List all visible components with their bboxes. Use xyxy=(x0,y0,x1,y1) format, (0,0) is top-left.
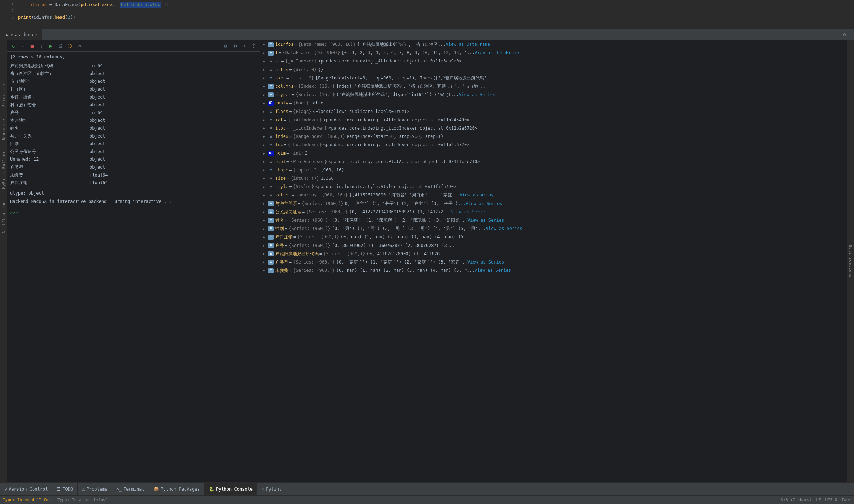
view-as-dataframe-idInfos[interactable]: View as DataFrame xyxy=(446,41,490,48)
var-attrs[interactable]: ▶ ≡ attrs = {dict: 0} {} xyxy=(260,66,847,74)
var-huzhugx[interactable]: ▶ ≡ 与户主关系 = {Series: (960,)} 0, '户主') (1… xyxy=(260,200,847,208)
var-axes[interactable]: ▶ ≡ axes = {list: 2} [RangeIndex(start=0… xyxy=(260,74,847,82)
var-values[interactable]: ▶ ≡ values = {ndarray: (960, 16)} [[4116… xyxy=(260,191,847,199)
expand-arrow[interactable]: ▶ xyxy=(263,117,268,122)
var-weijiaofei[interactable]: ▶ ≡ 未缴费 = {Series: (960,)} (0. nan) (1. … xyxy=(260,266,847,275)
expand-arrow[interactable]: ▶ xyxy=(263,143,268,148)
console-prompt[interactable]: >>> xyxy=(10,209,257,216)
sidebar-label-notifications[interactable]: Notifications xyxy=(2,200,6,233)
status-bar: Typo: In word 'Infos' Typo: In word 'Inf… xyxy=(0,495,854,504)
expand-arrow[interactable]: ▶ xyxy=(263,251,268,256)
rerun-btn[interactable]: ↻ xyxy=(9,42,17,50)
notifications-label[interactable]: Notifications xyxy=(849,245,853,278)
expand-arrow[interactable]: ▶ xyxy=(263,101,268,106)
var-hukouzx[interactable]: ▶ ≡ 户口注销 = {Series: (960,)} (0, nan) (1,… xyxy=(260,233,847,241)
timer-btn[interactable]: ⏱ xyxy=(250,42,258,50)
expand-arrow[interactable]: ▶ xyxy=(263,42,268,47)
tab-todo[interactable]: ☰ TODO xyxy=(52,483,78,495)
var-gender[interactable]: ▶ ≡ 性别 = {Series: (960,)} (0, '男') (1, '… xyxy=(260,225,847,233)
var-huleixing[interactable]: ▶ ≡ 户类型 = {Series: (960,)} (0, '家庭户') (1… xyxy=(260,258,847,266)
expand-arrow[interactable]: ▶ xyxy=(263,51,268,56)
table-row: 未缴费 float64 xyxy=(10,171,257,179)
var-flags[interactable]: ▶ ≡ flags = {Flags} <Flags(allows_duplic… xyxy=(260,108,847,116)
view-as-series-name[interactable]: View as Series xyxy=(467,217,504,224)
scroll-btn[interactable]: ↓ xyxy=(38,42,46,50)
expand-arrow[interactable]: ▶ xyxy=(263,92,268,97)
tab-python-console[interactable]: 🐍 Python Console xyxy=(204,483,257,495)
var-T[interactable]: ▶ ≡ T = {DataFrame: (16, 960)} [0, 1, 2,… xyxy=(260,49,847,57)
var-size[interactable]: ▶ ≡ size = {int64: ()} 15360 xyxy=(260,174,847,183)
var-idcard[interactable]: ▶ ≡ 公民身份证号 = {Series: (960,)} (0, '41272… xyxy=(260,208,847,216)
sidebar-label-structure[interactable]: Structure xyxy=(2,84,6,107)
expand-arrow[interactable]: ▶ xyxy=(263,184,268,190)
var-plot[interactable]: ▶ ≡ plot = {PlotAccessor} <pandas.plotti… xyxy=(260,158,847,166)
view-as-series-gender[interactable]: View as Series xyxy=(486,225,522,232)
expand-arrow[interactable]: ▶ xyxy=(263,75,268,81)
minimize-icon[interactable]: − xyxy=(848,32,851,38)
expand-arrow[interactable]: ▶ xyxy=(263,260,268,265)
expand-arrow[interactable]: ▶ xyxy=(263,67,268,72)
tab-problems[interactable]: ⚠ Problems xyxy=(78,483,112,495)
var-loc[interactable]: ▶ ≡ loc = {_LocIndexer} <pandas.core.ind… xyxy=(260,141,847,149)
settings-btn[interactable]: ⚙ xyxy=(221,42,229,50)
expand-arrow[interactable]: ▶ xyxy=(263,201,268,206)
var-ndim[interactable]: ▶ 01 ndim = {int} 2 xyxy=(260,149,847,157)
view-as-series-huzhugx[interactable]: ...View as Series xyxy=(458,200,503,207)
var-hujidm[interactable]: ▶ ≡ 户籍归属地派出所代码 = {Series: (960,)} (0, 41… xyxy=(260,250,847,258)
expand-arrow[interactable]: ▶ xyxy=(263,235,268,240)
var-style[interactable]: ▶ ≡ style = {Styler} <pandas.io.formats.… xyxy=(260,183,847,191)
sidebar-label-bookmarks[interactable]: Bookmarks xyxy=(2,117,6,140)
menu-btn[interactable]: ≡ xyxy=(19,42,27,50)
forward-btn[interactable]: ≫ xyxy=(231,42,239,50)
var-shape[interactable]: ▶ ≡ shape = {tuple: 2} (960, 16) xyxy=(260,166,847,174)
expand-arrow[interactable]: ▶ xyxy=(263,151,268,156)
expand-arrow[interactable]: ▶ xyxy=(263,176,268,181)
expand-arrow[interactable]: ▶ xyxy=(263,134,268,139)
expand-arrow[interactable]: ▶ xyxy=(263,126,268,131)
view-as-series-dtypes[interactable]: View as Series xyxy=(459,91,495,98)
expand-arrow[interactable]: ▶ xyxy=(263,209,268,214)
tab-python-packages[interactable]: 📦 Python Packages xyxy=(149,483,204,495)
view-as-series-idcard[interactable]: View as Series xyxy=(451,209,488,216)
expand-arrow[interactable]: ▶ xyxy=(263,218,268,223)
expand-arrow[interactable]: ▶ xyxy=(263,193,268,198)
var-iat[interactable]: ▶ ≡ iat = {_iAtIndexer} <pandas.core.ind… xyxy=(260,116,847,124)
print-btn[interactable]: 🖨 xyxy=(56,42,64,50)
expand-arrow[interactable]: ▶ xyxy=(263,268,268,273)
var-idInfos[interactable]: ▶ ≡ idInfos = {DataFrame: (960, 16)} ['户… xyxy=(260,40,847,49)
add-btn[interactable]: + xyxy=(240,42,248,50)
var-index[interactable]: ▶ ≡ index = {RangeIndex: (960,)} RangeIn… xyxy=(260,132,847,141)
expand-arrow[interactable]: ▶ xyxy=(263,168,268,173)
expand-arrow[interactable]: ▶ xyxy=(263,84,268,89)
var-dtypes[interactable]: ▶ ≡ dtypes = {Series: (16,)} ('户籍归属地派出所代… xyxy=(260,91,847,99)
debug-btn[interactable]: ⬡ xyxy=(66,42,74,50)
tab-close-btn[interactable]: ✕ xyxy=(35,32,37,36)
var-huhao[interactable]: ▶ ≡ 户号 = {Series: (960,)} (0, 36101962) … xyxy=(260,242,847,250)
var-at[interactable]: ▶ ≡ at = {_AtIndexer} <pandas.core.index… xyxy=(260,57,847,65)
var-empty[interactable]: ▶ 01 empty = {bool} False xyxy=(260,99,847,107)
expand-arrow[interactable]: ▶ xyxy=(263,109,268,114)
expand-arrow[interactable]: ▶ xyxy=(263,243,268,248)
expand-arrow[interactable]: ▶ xyxy=(263,159,268,164)
view-as-series-huleixing[interactable]: View as Series xyxy=(467,259,504,266)
run-btn[interactable]: ▶ xyxy=(47,42,55,50)
view-as-series-weijiaofei[interactable]: View as Series xyxy=(475,267,511,274)
settings-icon[interactable]: ⚙ xyxy=(843,32,846,38)
stop-btn[interactable]: ■ xyxy=(28,42,36,50)
tab-version-control[interactable]: ⑂ Version Control xyxy=(0,483,52,495)
console-output[interactable]: [2 rows x 16 columns] 户籍归属地派出所代码 int64 省… xyxy=(7,52,260,482)
var-name[interactable]: ▶ ≡ 姓名 = {Series: (960,)} (0, '张保新') (1,… xyxy=(260,216,847,225)
sidebar-label-mybatis[interactable]: MyBatis Builder xyxy=(2,151,6,189)
pause-btn[interactable]: ⊘ xyxy=(75,42,83,50)
view-as-dataframe-T[interactable]: View as DataFrame xyxy=(475,49,519,56)
expand-arrow[interactable]: ▶ xyxy=(263,59,268,64)
python-packages-icon: 📦 xyxy=(154,487,159,492)
tab-terminal[interactable]: >_ Terminal xyxy=(112,483,149,495)
var-iloc[interactable]: ▶ ≡ iloc = {_iLocIndexer} <pandas.core.i… xyxy=(260,124,847,132)
var-columns[interactable]: ▶ ≡ columns = {Index: (16,)} Index(['户籍归… xyxy=(260,82,847,91)
tab-pylint[interactable]: ⚡ Pylint xyxy=(257,483,286,495)
view-as-array-values[interactable]: View as Array xyxy=(460,192,494,199)
expand-arrow[interactable]: ▶ xyxy=(263,226,268,231)
variable-inspector[interactable]: ▶ ≡ idInfos = {DataFrame: (960, 16)} ['户… xyxy=(260,40,847,482)
tab-pandas-demo[interactable]: pandas_demo ✕ xyxy=(0,29,42,40)
